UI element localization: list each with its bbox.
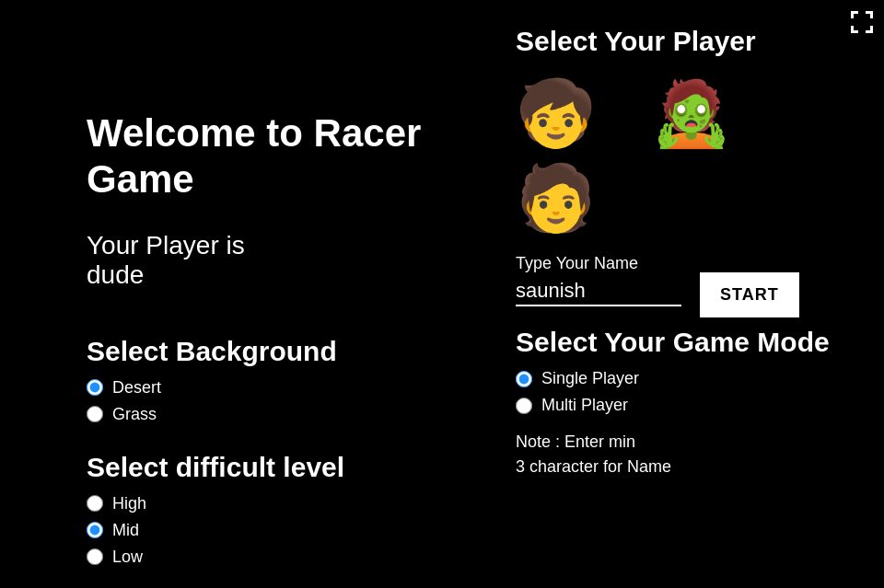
difficulty-mid-item: Mid (87, 521, 455, 540)
character-3[interactable]: 🧑 (516, 160, 596, 236)
start-button[interactable]: START (700, 272, 799, 317)
difficulty-low-item: Low (87, 548, 455, 567)
difficulty-low-label: Low (112, 548, 143, 567)
name-section: Type Your Name (516, 254, 681, 306)
background-grass-radio[interactable] (87, 406, 103, 422)
select-player-title: Select Your Player (516, 0, 884, 57)
multi-player-label: Multi Player (541, 396, 628, 415)
left-panel: Welcome to Racer Game Your Player is dud… (87, 110, 455, 588)
background-grass-item: Grass (87, 405, 455, 424)
single-player-label: Single Player (541, 369, 639, 388)
welcome-title: Welcome to Racer Game (87, 110, 455, 203)
characters-row1: 🧒 🧟 (516, 75, 884, 151)
background-desert-label: Desert (112, 378, 161, 398)
game-mode-section: Select Your Game Mode Single Player Mult… (516, 327, 884, 415)
difficulty-high-label: High (112, 494, 146, 513)
difficulty-mid-radio[interactable] (87, 522, 103, 538)
right-panel: Select Your Player 🧒 🧟 🧑 Type Your Name … (516, 0, 884, 479)
background-desert-item: Desert (87, 378, 455, 398)
background-desert-radio[interactable] (87, 379, 103, 396)
difficulty-high-item: High (87, 494, 455, 513)
name-label: Type Your Name (516, 254, 681, 273)
multi-player-radio[interactable] (516, 398, 532, 414)
name-start-row: Type Your Name START (516, 254, 884, 317)
game-mode-title: Select Your Game Mode (516, 327, 884, 358)
name-input[interactable] (516, 279, 681, 306)
background-section: Select Background Desert Grass (87, 336, 455, 424)
background-grass-label: Grass (112, 405, 157, 424)
background-title: Select Background (87, 336, 455, 367)
single-player-item: Single Player (516, 369, 884, 388)
difficulty-mid-label: Mid (112, 521, 139, 540)
note-text: Note : Enter min 3 character for Name (516, 430, 884, 479)
multi-player-item: Multi Player (516, 396, 884, 415)
difficulty-high-radio[interactable] (87, 495, 103, 512)
player-info: Your Player is dude (87, 231, 455, 290)
single-player-radio[interactable] (516, 371, 532, 387)
difficulty-title: Select difficult level (87, 452, 455, 483)
difficulty-section: Select difficult level High Mid Low (87, 452, 455, 567)
difficulty-low-radio[interactable] (87, 548, 103, 565)
characters-row2: 🧑 (516, 160, 884, 236)
character-2[interactable]: 🧟 (651, 75, 731, 151)
character-1[interactable]: 🧒 (516, 75, 596, 151)
